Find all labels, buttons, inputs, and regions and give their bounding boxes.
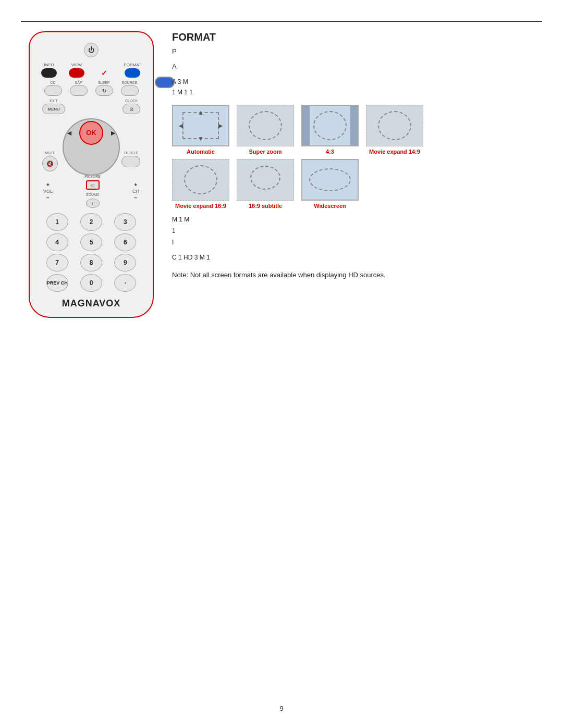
prev-ch-button[interactable]: PREV CH bbox=[46, 274, 68, 292]
vol-minus[interactable]: − bbox=[46, 195, 50, 201]
num-6-button[interactable]: 6 bbox=[114, 233, 136, 251]
movie149-oval bbox=[378, 111, 411, 140]
mute-group: MUTE 🔇 bbox=[42, 151, 58, 171]
menu-button[interactable]: MENU bbox=[42, 104, 65, 114]
format-button[interactable] bbox=[125, 68, 140, 78]
brand-label: MAGNAVOX bbox=[62, 298, 121, 309]
instruction-line-4: 1 bbox=[172, 226, 542, 237]
format-superzoom: Super zoom bbox=[237, 105, 294, 155]
vol-label: VOL bbox=[43, 189, 53, 194]
instruction-line-1: A 3 M bbox=[172, 77, 542, 87]
mute-label: MUTE bbox=[45, 151, 55, 155]
format-subtitle169: 16:9 subtitle bbox=[237, 159, 294, 209]
power-row: ⏻ bbox=[40, 43, 142, 57]
format-img-43 bbox=[301, 105, 359, 146]
ch-plus[interactable]: + bbox=[134, 182, 138, 188]
exit-label: EXIT bbox=[50, 99, 58, 103]
picture-button[interactable]: ▭ bbox=[86, 180, 100, 190]
instruction-block-2: M 1 M 1 I bbox=[172, 214, 542, 248]
instruction-block-1: A 3 M 1 M 1 1 bbox=[172, 77, 542, 98]
instruction-block-3: C 1 HD 3 M 1 bbox=[172, 252, 542, 264]
instruction-line-5: I bbox=[172, 237, 542, 249]
num-8-button[interactable]: 8 bbox=[80, 254, 102, 272]
numpad-row-3: 7 8 9 bbox=[40, 254, 142, 272]
dpad-right-button[interactable]: ► bbox=[109, 129, 117, 137]
info-button[interactable] bbox=[41, 68, 57, 78]
sleep-group: SLEEP ↻ bbox=[95, 81, 113, 96]
num-4-button[interactable]: 4 bbox=[46, 233, 68, 251]
num-0-button[interactable]: 0 bbox=[80, 274, 102, 292]
sound-label: SOUND bbox=[86, 193, 99, 196]
widescreen-label: Widescreen bbox=[314, 203, 346, 209]
source-button[interactable] bbox=[121, 85, 139, 96]
format-grid-bottom: Movie expand 16:9 16:9 subtitle Widescre… bbox=[172, 159, 542, 209]
dpad: ▲ ▼ ◄ ► OK bbox=[63, 118, 120, 147]
power-button[interactable]: ⏻ bbox=[84, 43, 99, 57]
subtitle169-label: 16:9 subtitle bbox=[249, 203, 282, 209]
superzoom-oval bbox=[249, 111, 282, 140]
page-number: 9 bbox=[279, 705, 283, 712]
arrow-left-icon: ◄ bbox=[177, 121, 185, 130]
content-area: FORMAT P A A 3 M 1 M 1 1 ◄ ► bbox=[172, 31, 542, 279]
vol-group: + VOL − bbox=[43, 182, 53, 201]
sleep-button[interactable]: ↻ bbox=[95, 85, 113, 96]
superzoom-label: Super zoom bbox=[249, 149, 282, 155]
format-movie169: Movie expand 16:9 bbox=[172, 159, 229, 209]
mute-button[interactable]: 🔇 bbox=[42, 156, 58, 171]
freeze-label: FREEZE bbox=[124, 151, 138, 155]
arrow-up-icon: ▲ bbox=[198, 109, 204, 116]
num-1-button[interactable]: 1 bbox=[46, 213, 68, 231]
check-label bbox=[104, 63, 105, 67]
format-img-movie149 bbox=[366, 105, 423, 146]
freeze-button[interactable] bbox=[121, 156, 140, 167]
ch-group: + CH − bbox=[132, 182, 139, 201]
cc-group: CC bbox=[44, 81, 62, 96]
cc-button[interactable] bbox=[44, 85, 62, 96]
vol-ch-row: + VOL − PICTURE ▭ SOUND ♪ + CH − bbox=[40, 175, 142, 208]
view-group: VIEW bbox=[69, 63, 84, 78]
43-label: 4:3 bbox=[326, 149, 334, 155]
numpad-row-2: 4 5 6 bbox=[40, 233, 142, 251]
sap-button[interactable] bbox=[70, 85, 88, 96]
movie169-oval bbox=[184, 165, 217, 194]
ch-minus[interactable]: − bbox=[134, 195, 138, 201]
dot-button[interactable]: · bbox=[114, 274, 136, 292]
numpad-row-4: PREV CH 0 · bbox=[40, 274, 142, 292]
dpad-left-button[interactable]: ◄ bbox=[66, 129, 73, 137]
ok-button[interactable]: OK bbox=[79, 121, 103, 145]
color-buttons-row: INFO VIEW ✓ FORMAT bbox=[40, 63, 142, 78]
automatic-label: Automatic bbox=[187, 149, 215, 155]
view-button[interactable] bbox=[69, 68, 84, 78]
sound-button[interactable]: ♪ bbox=[86, 199, 100, 208]
num-2-button[interactable]: 2 bbox=[80, 213, 102, 231]
num-3-button[interactable]: 3 bbox=[114, 213, 136, 231]
clock-button[interactable]: ⊙ bbox=[123, 104, 140, 114]
exit-clock-row: EXIT MENU CLOCK ⊙ bbox=[40, 99, 142, 114]
source-group: SOURCE bbox=[121, 81, 139, 96]
picture-icon: ▭ bbox=[91, 183, 95, 188]
format-grid-top: ◄ ► ▲ ▼ Automatic Super zoom bbox=[172, 105, 542, 155]
remote-wrapper: ⏻ INFO VIEW ✓ FORMAT bbox=[21, 31, 162, 323]
automatic-arrows-v: ▲ ▼ bbox=[198, 109, 204, 142]
numpad: 1 2 3 4 5 6 7 8 9 PREV CH 0 · bbox=[40, 213, 142, 292]
format-subtitle-p: P bbox=[172, 46, 542, 57]
clock-label: CLOCK bbox=[125, 99, 138, 103]
format-widescreen: Widescreen bbox=[301, 159, 359, 209]
format-img-widescreen bbox=[301, 159, 359, 201]
info-group: INFO bbox=[41, 63, 57, 78]
format-img-movie169 bbox=[172, 159, 229, 201]
format-img-automatic: ◄ ► ▲ ▼ bbox=[172, 105, 229, 146]
check-group: ✓ bbox=[96, 63, 112, 78]
num-7-button[interactable]: 7 bbox=[46, 254, 68, 272]
format-movie149: Movie expand 14:9 bbox=[366, 105, 423, 155]
format-img-superzoom bbox=[237, 105, 294, 146]
check-button[interactable]: ✓ bbox=[96, 68, 112, 78]
num-5-button[interactable]: 5 bbox=[80, 233, 102, 251]
cc-sap-sleep-source-row: CC SAP SLEEP ↻ SOURCE bbox=[40, 81, 142, 96]
vol-plus[interactable]: + bbox=[46, 182, 50, 188]
num-9-button[interactable]: 9 bbox=[114, 254, 136, 272]
top-divider bbox=[21, 21, 542, 22]
remote-control: ⏻ INFO VIEW ✓ FORMAT bbox=[29, 31, 154, 318]
format-img-subtitle169 bbox=[237, 159, 294, 201]
format-group: FORMAT bbox=[124, 63, 141, 78]
